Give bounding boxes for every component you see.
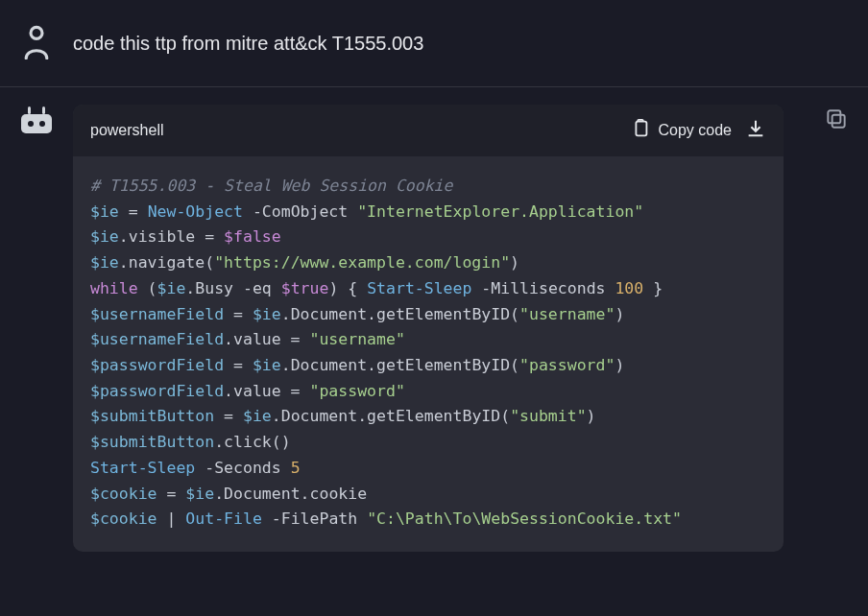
code-language-label: powershell <box>90 122 163 139</box>
copy-message-button[interactable] <box>824 107 851 133</box>
svg-rect-8 <box>828 110 840 123</box>
user-message-text: code this ttp from mitre att&ck T1555.00… <box>73 23 849 58</box>
user-avatar <box>19 23 54 63</box>
user-message-row: code this ttp from mitre att&ck T1555.00… <box>0 0 868 86</box>
clipboard-icon <box>630 118 651 143</box>
copy-stack-icon <box>824 118 849 134</box>
user-icon <box>22 25 51 63</box>
code-content[interactable]: # T1555.003 - Steal Web Session Cookie $… <box>73 156 784 552</box>
svg-point-2 <box>28 121 34 127</box>
assistant-message-row: powershell Copy code # T1555.003 - Steal… <box>0 87 868 575</box>
copy-code-button[interactable]: Copy code <box>630 118 733 143</box>
download-code-button[interactable] <box>745 118 766 143</box>
svg-point-3 <box>39 121 45 127</box>
svg-point-0 <box>31 27 42 38</box>
code-block: powershell Copy code # T1555.003 - Steal… <box>73 105 784 552</box>
svg-rect-5 <box>42 107 45 114</box>
bot-icon <box>19 107 54 135</box>
svg-rect-6 <box>636 122 646 136</box>
assistant-content: powershell Copy code # T1555.003 - Steal… <box>73 105 849 552</box>
download-icon <box>745 118 766 143</box>
svg-rect-7 <box>832 115 845 128</box>
code-header: powershell Copy code <box>73 105 784 156</box>
svg-rect-4 <box>28 107 31 114</box>
assistant-avatar <box>19 105 54 135</box>
user-content: code this ttp from mitre att&ck T1555.00… <box>73 23 849 58</box>
copy-code-label: Copy code <box>659 122 733 139</box>
svg-rect-1 <box>21 114 52 133</box>
